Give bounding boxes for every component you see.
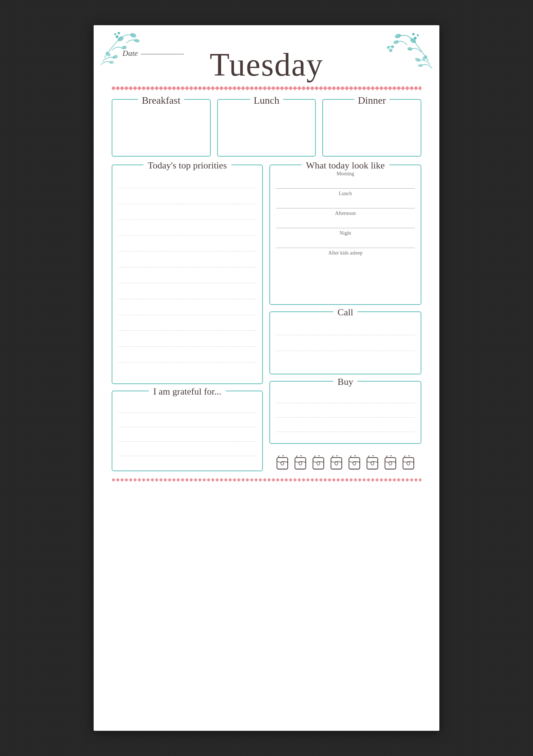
svg-point-14 (414, 37, 416, 39)
grateful-lines (118, 399, 256, 456)
grateful-section: I am grateful for... (112, 391, 263, 471)
svg-rect-41 (385, 458, 396, 469)
date-field: Date (122, 49, 184, 58)
priority-line (118, 331, 256, 347)
date-label: Date (122, 49, 138, 58)
svg-point-0 (117, 36, 124, 42)
priority-line (118, 220, 256, 236)
night-section: Night (276, 230, 415, 248)
lunch-time-section: Lunch (276, 191, 415, 208)
svg-rect-31 (313, 468, 324, 470)
priority-line (118, 188, 256, 204)
lunch-time-label: Lunch (276, 191, 415, 197)
water-cup-8 (401, 455, 416, 471)
planner-page: Date Tuesday Breakfast Lunch Dinner (94, 25, 439, 731)
water-cup-6 (365, 455, 380, 471)
water-cup-2 (293, 455, 308, 471)
svg-point-13 (422, 55, 428, 60)
grateful-label: I am grateful for... (149, 386, 225, 397)
today-label: What today look like (302, 160, 389, 171)
svg-rect-44 (403, 458, 414, 469)
svg-point-11 (395, 33, 401, 39)
afternoon-line (276, 228, 415, 228)
water-cup-1 (275, 455, 290, 471)
afternoon-label: Afternoon (276, 211, 415, 216)
today-section: What today look like Morning Lunch After… (269, 165, 421, 305)
grateful-line (118, 413, 256, 427)
lower-section: Today's top priorities (112, 165, 421, 471)
call-line (276, 335, 415, 351)
morning-section: Morning (276, 171, 415, 189)
priority-line (118, 315, 256, 331)
svg-rect-23 (277, 458, 288, 469)
svg-rect-46 (403, 468, 414, 470)
svg-rect-38 (367, 458, 378, 469)
afternoon-section: Afternoon (276, 211, 415, 228)
svg-rect-28 (295, 468, 306, 470)
after-kids-label: After kids asleep (276, 250, 415, 256)
svg-rect-29 (313, 458, 324, 469)
buy-line (276, 389, 415, 403)
lunch-line (276, 208, 415, 208)
water-cup-5 (347, 455, 362, 471)
priority-line (118, 347, 256, 363)
priorities-lines (112, 165, 262, 366)
buy-line (276, 418, 415, 432)
buy-section: Buy (269, 381, 421, 444)
svg-rect-43 (385, 468, 396, 470)
breakfast-box: Breakfast (112, 99, 211, 157)
dinner-label: Dinner (354, 95, 390, 106)
buy-line (276, 403, 415, 418)
lunch-space (276, 197, 415, 208)
svg-point-3 (105, 51, 111, 57)
night-space (276, 237, 415, 248)
svg-point-4 (116, 36, 118, 38)
morning-line (276, 188, 415, 189)
svg-point-16 (413, 33, 415, 35)
water-cup-7 (383, 455, 398, 471)
priority-line (118, 204, 256, 220)
grateful-line (118, 442, 256, 456)
buy-label: Buy (333, 377, 357, 387)
lunch-box: Lunch (217, 99, 316, 157)
dinner-box: Dinner (322, 99, 421, 157)
priority-line (118, 236, 256, 252)
call-line (276, 319, 415, 335)
top-divider (112, 85, 421, 92)
water-cup-4 (329, 455, 344, 471)
svg-rect-25 (277, 468, 288, 470)
afternoon-space (276, 217, 415, 228)
meal-row: Breakfast Lunch Dinner (112, 99, 421, 157)
svg-rect-32 (331, 458, 342, 469)
buy-lines (276, 389, 415, 432)
priority-line (118, 252, 256, 267)
today-time-sections: Morning Lunch Afternoon (270, 165, 421, 260)
svg-point-5 (115, 33, 116, 35)
svg-point-15 (417, 35, 418, 36)
page-title: Tuesday (210, 49, 323, 81)
grateful-line (118, 399, 256, 413)
priority-line (118, 299, 256, 315)
night-label: Night (276, 230, 415, 236)
svg-rect-26 (295, 458, 306, 469)
date-underline (141, 54, 184, 54)
svg-point-10 (410, 38, 417, 44)
water-tracker (269, 455, 421, 471)
grateful-content (112, 391, 262, 460)
buy-content (270, 382, 421, 436)
breakfast-label: Breakfast (138, 95, 184, 106)
bottom-divider (112, 476, 421, 483)
call-label: Call (333, 307, 357, 318)
svg-point-6 (118, 32, 120, 34)
morning-space (276, 177, 415, 188)
priority-line (118, 172, 256, 188)
priorities-section: Today's top priorities (112, 165, 263, 384)
right-column: What today look like Morning Lunch After… (269, 165, 421, 471)
svg-rect-37 (349, 468, 360, 470)
night-line (276, 248, 415, 248)
svg-rect-40 (367, 468, 378, 470)
call-content (270, 312, 421, 355)
left-column: Today's top priorities (112, 165, 263, 471)
grateful-line (118, 427, 256, 442)
water-cup-3 (311, 455, 326, 471)
